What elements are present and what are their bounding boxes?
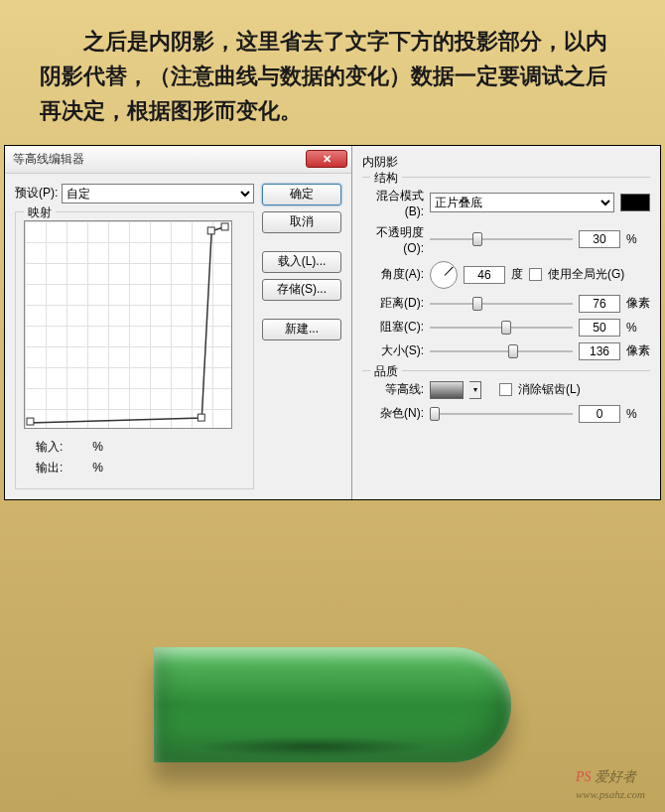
size-label: 大小(S): [362,342,424,359]
global-light-checkbox[interactable] [529,268,542,281]
contour-label: 等高线: [362,381,424,398]
quality-label: 品质 [370,363,402,380]
new-button[interactable]: 新建... [262,319,341,340]
noise-slider[interactable] [430,405,573,423]
ok-button[interactable]: 确定 [262,184,341,205]
svg-rect-0 [27,418,34,425]
inner-shadow-panel: 内阴影 结构 混合模式(B): 正片叠底 不透明度(O): % [352,146,660,499]
choke-input[interactable] [579,319,620,337]
angle-dial[interactable] [430,261,458,289]
noise-label: 杂色(N): [362,405,424,422]
input-label: 输入: [36,439,63,456]
svg-rect-1 [198,414,204,421]
noise-input[interactable] [579,405,620,423]
intro-paragraph: 之后是内阴影，这里省去了文字下方的投影部分，以内阴影代替，（注意曲线与数据的变化… [0,0,665,145]
save-button[interactable]: 存储(S)... [262,279,341,301]
cancel-button[interactable]: 取消 [262,211,341,233]
opacity-unit: % [626,232,650,246]
size-slider[interactable] [430,342,573,360]
size-input[interactable] [579,342,620,360]
angle-unit: 度 [511,266,523,283]
contour-dropdown-icon[interactable]: ▾ [469,381,481,399]
noise-unit: % [626,407,650,421]
svg-rect-2 [207,227,214,234]
dialog-title: 等高线编辑器 [13,151,84,168]
size-unit: 像素 [626,342,650,359]
blend-mode-select[interactable]: 正片叠底 [430,193,614,212]
choke-label: 阻塞(C): [362,319,424,336]
contour-picker[interactable] [430,381,464,399]
antialias-label: 消除锯齿(L) [518,381,581,398]
color-swatch[interactable] [620,194,650,211]
distance-input[interactable] [579,295,620,313]
watermark: PS 爱好者 www.psahz.com [576,768,645,802]
mapping-legend: 映射 [24,204,56,221]
inner-shadow-title: 内阴影 [362,154,650,171]
svg-rect-3 [221,223,228,230]
load-button[interactable]: 载入(L)... [262,251,341,273]
antialias-checkbox[interactable] [499,383,512,396]
distance-unit: 像素 [626,295,650,312]
opacity-input[interactable] [579,230,620,248]
blend-mode-label: 混合模式(B): [362,188,424,218]
distance-slider[interactable] [430,295,573,313]
output-unit: % [92,461,103,474]
preset-select[interactable]: 自定 [62,184,254,203]
curve-editor[interactable] [24,220,232,429]
mapping-fieldset: 映射 输入: % [15,211,254,489]
input-unit: % [92,440,103,454]
preset-label: 预设(P): [15,185,58,202]
close-icon[interactable]: ✕ [306,150,347,168]
structure-label: 结构 [370,170,402,187]
opacity-label: 不透明度(O): [362,224,424,255]
output-label: 输出: [36,460,63,476]
titlebar: 等高线编辑器 ✕ [5,146,351,174]
pill-inner-shadow [194,737,432,756]
dialogs-container: 等高线编辑器 ✕ 预设(P): 自定 映射 [4,145,661,500]
green-pill-shape [154,647,511,762]
choke-unit: % [626,321,650,335]
result-preview [0,647,665,762]
choke-slider[interactable] [430,319,573,337]
contour-editor-dialog: 等高线编辑器 ✕ 预设(P): 自定 映射 [5,146,352,499]
angle-label: 角度(A): [362,266,424,283]
angle-input[interactable] [464,266,505,284]
global-light-label: 使用全局光(G) [548,266,624,283]
opacity-slider[interactable] [430,230,573,248]
distance-label: 距离(D): [362,295,424,312]
